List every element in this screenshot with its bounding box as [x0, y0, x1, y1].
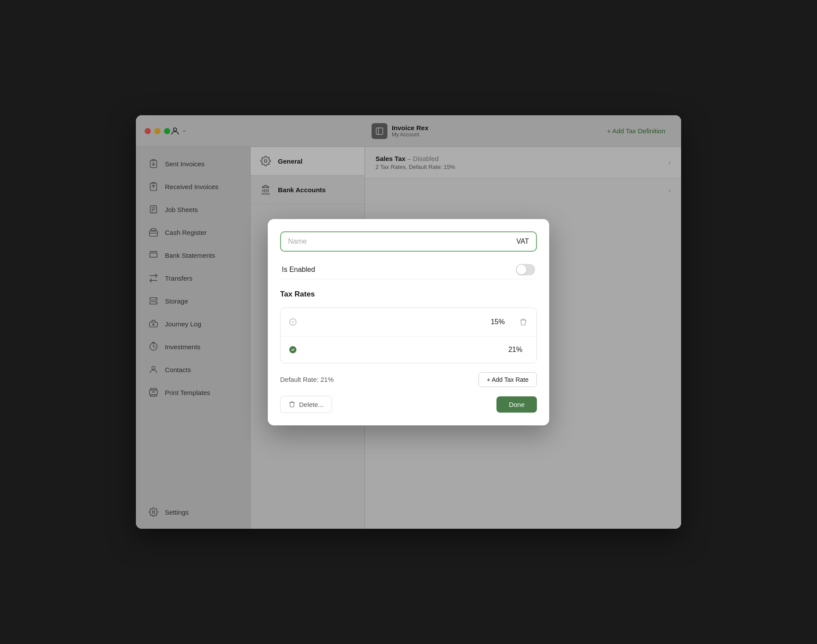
tax-definition-modal: Name VAT Is Enabled Tax Rates [268, 219, 549, 425]
modal-actions: Delete... Done [280, 396, 537, 413]
tax-rate-row-2[interactable]: 21% [281, 337, 536, 363]
is-enabled-toggle[interactable] [516, 264, 535, 275]
modal-overlay: Name VAT Is Enabled Tax Rates [136, 115, 681, 529]
tax-rate-row-1[interactable]: 15% [281, 308, 536, 337]
add-tax-rate-button[interactable]: + Add Tax Rate [478, 372, 537, 387]
toggle-knob [517, 265, 526, 274]
rate-check-icon-1 [288, 317, 298, 327]
rate-value-1: 15% [303, 318, 505, 326]
name-field-value: VAT [516, 238, 529, 245]
rate-delete-button-1[interactable] [517, 316, 529, 328]
rate-check-icon-2 [288, 344, 298, 355]
name-input-wrapper[interactable]: Name VAT [280, 231, 537, 252]
done-button[interactable]: Done [496, 396, 537, 413]
tax-rates-section: Tax Rates [280, 288, 537, 299]
name-field-label: Name [288, 238, 516, 245]
tax-rates-list: 15% [280, 307, 537, 363]
trash-icon [288, 401, 295, 408]
delete-button[interactable]: Delete... [280, 396, 332, 413]
is-enabled-row: Is Enabled [280, 260, 537, 279]
default-rate-text: Default Rate: 21% [280, 376, 334, 383]
app-window: Invoice Rex My Account + Add Tax Definit… [136, 115, 681, 529]
is-enabled-label: Is Enabled [282, 266, 315, 274]
rate-value-2: 21% [303, 346, 522, 354]
tax-rates-title: Tax Rates [280, 290, 537, 299]
modal-footer-info: Default Rate: 21% + Add Tax Rate [280, 372, 537, 387]
delete-label: Delete... [299, 401, 324, 408]
